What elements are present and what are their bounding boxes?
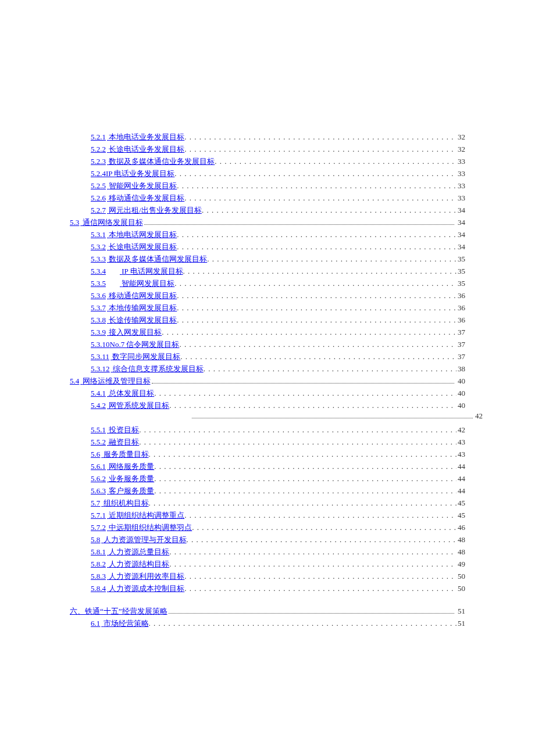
toc-entry[interactable]: 5.6 服务质量目标. . . . . . . . . . . . . . . … (91, 448, 465, 460)
toc-entry[interactable]: 5.8.3 人力资源利用效率目标. . . . . . . . . . . . … (91, 570, 465, 582)
toc-link[interactable]: 5.8.4 人力资源成本控制目标 (91, 582, 184, 594)
toc-spacer (70, 594, 465, 605)
toc-entry-number: 六、 (70, 607, 85, 615)
toc-link[interactable]: 5.4.2 网管系统发展目标 (91, 399, 169, 411)
toc-page-number: 40 (456, 375, 465, 387)
toc-link[interactable]: 5.2.5 智能网业务发展目标 (91, 180, 177, 192)
toc-entry[interactable]: 5.2.4IP 电话业务发展目标. . . . . . . . . . . . … (91, 167, 465, 180)
toc-link[interactable]: 5.3.4 IP 电话网发展目标 (91, 265, 183, 277)
toc-entry[interactable]: 5.7 组织机构目标. . . . . . . . . . . . . . . … (91, 497, 465, 509)
toc-entry[interactable]: 5.6.2 业务服务质量. . . . . . . . . . . . . . … (91, 472, 465, 485)
toc-entry[interactable]: 5.3 通信网络发展目标34 (70, 216, 465, 228)
toc-page-number: 35 (456, 265, 465, 277)
toc-entry[interactable]: 5.3.7 本地传输网发展目标. . . . . . . . . . . . .… (91, 302, 465, 314)
toc-entry[interactable]: 5.5.1 投资目标. . . . . . . . . . . . . . . … (91, 424, 465, 436)
toc-link[interactable]: 5.3.8 长途传输网发展目标 (91, 314, 177, 326)
toc-entry[interactable]: 5.8.1 人力资源总量目标. . . . . . . . . . . . . … (91, 546, 465, 558)
toc-entry[interactable]: 5.4.2 网管系统发展目标. . . . . . . . . . . . . … (91, 399, 465, 411)
toc-entry[interactable]: 5.8 人力资源管理与开发目标. . . . . . . . . . . . .… (91, 533, 465, 546)
toc-link[interactable]: 5.8.3 人力资源利用效率目标 (91, 570, 184, 582)
toc-entry[interactable]: 5.7.1 近期组织结构调整重点. . . . . . . . . . . . … (91, 509, 465, 521)
toc-link[interactable]: 5.7 组织机构目标 (91, 497, 149, 509)
toc-link[interactable]: 5.2.7 网元出租/出售业务发展目标 (91, 204, 202, 216)
toc-page-number: 51 (456, 605, 465, 617)
toc-entry[interactable]: 5.8.2 人力资源结构目标. . . . . . . . . . . . . … (91, 558, 465, 570)
toc-link[interactable]: 5.6 服务质量目标 (91, 448, 149, 460)
toc-entry-number: 5.4.2 (91, 401, 106, 410)
toc-entry-label: 近期组织结构调整重点 (109, 511, 184, 519)
toc-entry[interactable]: 5.2.2 长途电话业务发展目标. . . . . . . . . . . . … (91, 143, 465, 155)
toc-link[interactable]: 5.5.1 投资目标 (91, 424, 139, 436)
toc-link[interactable]: 5.3.6 移动通信网发展目标 (91, 289, 177, 302)
toc-link[interactable]: 5.8.2 人力资源结构目标 (91, 558, 169, 570)
toc-link[interactable]: 六、铁通“十五”经营发展策略 (70, 605, 167, 617)
toc-entry[interactable]: 5.3.2 长途电话网发展目标. . . . . . . . . . . . .… (91, 241, 465, 253)
toc-entry[interactable]: 5.6.3 客户服务质量. . . . . . . . . . . . . . … (91, 485, 465, 497)
toc-entry-label: 智能网业务发展目标 (109, 181, 177, 190)
toc-entry[interactable]: 5.3.10No.7 信令网发展目标. . . . . . . . . . . … (91, 338, 465, 350)
toc-link[interactable]: 5.2.3 数据及多媒体通信业务发展目标 (91, 155, 215, 167)
toc-link[interactable]: 5.2.1 本地电话业务发展目标 (91, 131, 184, 143)
toc-entry[interactable]: 5.2.1 本地电话业务发展目标. . . . . . . . . . . . … (91, 131, 465, 143)
toc-entry[interactable]: 6.1 市场经营策略. . . . . . . . . . . . . . . … (91, 617, 465, 629)
toc-page-number: 49 (456, 558, 465, 570)
toc-link[interactable]: 5.2.6 移动通信业务发展目标 (91, 192, 184, 204)
toc-entry[interactable]: 5.3.11 数字同步网发展目标. . . . . . . . . . . . … (91, 350, 465, 363)
toc-entry[interactable]: 5.3.4 IP 电话网发展目标. . . . . . . . . . . . … (91, 265, 465, 277)
toc-entry[interactable]: 5.2.5 智能网业务发展目标. . . . . . . . . . . . .… (91, 180, 465, 192)
toc-link[interactable]: 5.3.12 综合信息支撑系统发展目标 (91, 363, 204, 375)
toc-entry-label: 人力资源结构目标 (109, 560, 169, 568)
toc-entry[interactable]: 5.3.1 本地电话网发展目标. . . . . . . . . . . . .… (91, 228, 465, 241)
toc-entry[interactable]: 5.3.8 长途传输网发展目标. . . . . . . . . . . . .… (91, 314, 465, 326)
toc-link[interactable]: 5.4 网络运维及管理目标 (70, 375, 151, 387)
toc-link[interactable]: 5.7.1 近期组织结构调整重点 (91, 509, 184, 521)
toc-link[interactable]: 5.3.3 数据及多媒体通信网发展目标 (91, 253, 207, 265)
toc-link[interactable]: 5.2.4IP 电话业务发展目标 (91, 167, 174, 180)
toc-link[interactable]: 5.4.1 总体发展目标 (91, 387, 154, 399)
toc-entry-number: 5.2.6 (91, 194, 106, 202)
toc-link[interactable]: 5.3.11 数字同步网发展目标 (91, 350, 180, 363)
toc-link[interactable]: 5.6.1 网络服务质量 (91, 460, 154, 472)
toc-leader-dots: . . . . . . . . . . . . . . . . . . . . … (169, 399, 456, 411)
toc-entry[interactable]: 5.6.1 网络服务质量. . . . . . . . . . . . . . … (91, 460, 465, 472)
toc-entry-label: 融资目标 (109, 438, 139, 446)
toc-leader-dots: . . . . . . . . . . . . . . . . . . . . … (169, 558, 456, 570)
toc-link[interactable]: 5.2.2 长途电话业务发展目标 (91, 143, 184, 155)
toc-link[interactable]: 5.6.2 业务服务质量 (91, 472, 154, 485)
toc-entry-label: 长途传输网发展目标 (109, 316, 177, 324)
toc-link[interactable]: 5.8 人力资源管理与开发目标 (91, 533, 187, 546)
toc-entry[interactable]: 5.3.6 移动通信网发展目标. . . . . . . . . . . . .… (91, 289, 465, 302)
toc-link[interactable]: 5.5.2 融资目标 (91, 436, 139, 448)
toc-entry[interactable]: 5.4.1 总体发展目标. . . . . . . . . . . . . . … (91, 387, 465, 399)
toc-entry[interactable]: 5.3.5 智能网发展目标. . . . . . . . . . . . . .… (91, 277, 465, 289)
toc-entry[interactable]: 5.4 网络运维及管理目标40 (70, 375, 465, 387)
toc-entry[interactable]: 5.2.6 移动通信业务发展目标. . . . . . . . . . . . … (91, 192, 465, 204)
toc-entry-number: 5.3.1 (91, 230, 106, 239)
toc-entry[interactable]: 六、铁通“十五”经营发展策略51 (70, 605, 465, 617)
toc-entry[interactable]: 5.2.3 数据及多媒体通信业务发展目标. . . . . . . . . . … (91, 155, 465, 167)
toc-link[interactable]: 5.7.2 中远期组织结构调整羽点 (91, 521, 192, 533)
toc-page-number: 37 (456, 338, 465, 350)
toc-entry[interactable]: 5.8.4 人力资源成本控制目标. . . . . . . . . . . . … (91, 582, 465, 594)
toc-link[interactable]: 5.3.1 本地电话网发展目标 (91, 228, 177, 241)
toc-link[interactable]: 5.6.3 客户服务质量 (91, 485, 154, 497)
toc-entry[interactable]: 5.2.7 网元出租/出售业务发展目标. . . . . . . . . . .… (91, 204, 465, 216)
toc-link[interactable]: 5.8.1 人力资源总量目标 (91, 546, 169, 558)
toc-link[interactable]: 5.3 通信网络发展目标 (70, 216, 143, 228)
toc-link[interactable]: 5.3.7 本地传输网发展目标 (91, 302, 177, 314)
toc-leader-dots: . . . . . . . . . . . . . . . . . . . . … (139, 436, 456, 448)
toc-leader-dots (144, 218, 455, 225)
toc-entry[interactable]: 5.7.2 中远期组织结构调整羽点. . . . . . . . . . . .… (91, 521, 465, 533)
toc-entry-number: 5.4.1 (91, 389, 106, 397)
toc-entry[interactable]: 5.5.2 融资目标. . . . . . . . . . . . . . . … (91, 436, 465, 448)
toc-link[interactable]: 5.3.5 智能网发展目标 (91, 277, 174, 289)
toc-link[interactable]: 5.3.2 长途电话网发展目标 (91, 241, 177, 253)
toc-link[interactable]: 6.1 市场经营策略 (91, 617, 149, 629)
toc-entry-number: 5.3.9 (91, 328, 106, 336)
toc-link[interactable]: 5.3.10No.7 信令网发展目标 (91, 338, 179, 350)
toc-entry[interactable]: 5.3.12 综合信息支撑系统发展目标. . . . . . . . . . .… (91, 363, 465, 375)
toc-link[interactable]: 5.3.9 接入网发展目标 (91, 326, 162, 338)
toc-entry[interactable]: 5.3.3 数据及多媒体通信网发展目标. . . . . . . . . . .… (91, 253, 465, 265)
toc-page-number: 44 (456, 460, 465, 472)
toc-entry[interactable]: 5.3.9 接入网发展目标. . . . . . . . . . . . . .… (91, 326, 465, 338)
